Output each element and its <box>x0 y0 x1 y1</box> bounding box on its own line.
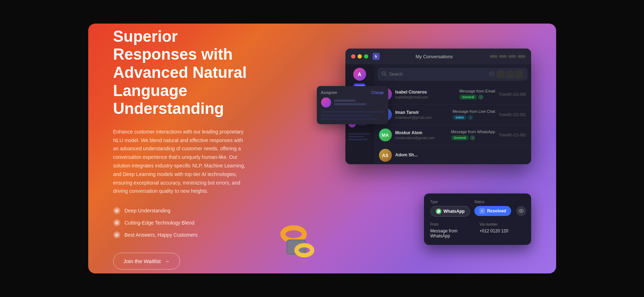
view-controls <box>497 70 523 78</box>
conv-item-1[interactable]: IT Iman Tanvir imantanvir@gmail.com Mess… <box>374 105 531 125</box>
minimize-dot[interactable] <box>358 54 362 59</box>
type-col: Type WhatsApp <box>430 200 470 217</box>
blob-3d-decoration <box>274 216 320 263</box>
via-label: Via number <box>480 222 525 226</box>
window-title: My Conversations <box>383 54 485 59</box>
conv-info-1: Iman Tanvir imantanvir@gmail.com <box>395 110 449 120</box>
search-input[interactable] <box>389 72 486 77</box>
conv-name-3: Adom Sh... <box>395 152 526 157</box>
fullscreen-dot[interactable] <box>364 54 368 59</box>
assignee-item <box>321 97 384 107</box>
feature-label-3: Best Answers, Happy Customers <box>125 232 198 238</box>
conv-info-3: Adom Sh... <box>395 152 526 158</box>
svg-point-12 <box>520 210 522 212</box>
from-via-row: From Message from WhatsApp Via number +0… <box>430 222 525 238</box>
assignee-label: Assignee <box>321 90 337 95</box>
from-value: Message from WhatsApp <box>430 228 475 238</box>
conv-email-2: moskuralom@gmail.com <box>395 136 448 140</box>
resolved-label: Resolved <box>487 208 506 213</box>
conv-tag-0: General <box>459 95 477 100</box>
hero-title: Superior Responses with Advanced Natural… <box>113 27 263 118</box>
conv-meta-0: Message from Email General → <box>459 89 495 100</box>
search-icon <box>382 71 386 77</box>
conv-email-0: isabelita@email.com <box>395 95 456 99</box>
conv-avatar-2: MA <box>379 129 392 141</box>
from-label: From <box>430 222 475 226</box>
conv-source-0: Message from Email <box>459 89 495 93</box>
whatsapp-label: WhatsApp <box>444 209 465 214</box>
type-label: Type <box>430 200 470 204</box>
feature-item-1: Deep Understanding <box>113 207 263 214</box>
check-icon-1 <box>113 207 120 214</box>
svg-line-8 <box>385 75 386 76</box>
titlebar: h My Conversations <box>345 49 531 64</box>
via-col: Via number +012 0120 120 <box>480 222 525 238</box>
conv-item-2[interactable]: MA Moskur Alom moskuralom@gmail.com Mess… <box>374 125 531 145</box>
check-icon-2 <box>113 219 120 226</box>
assignee-info <box>334 100 366 105</box>
from-col: From Message from WhatsApp <box>430 222 475 238</box>
feature-item-2: Cutting-Edge Technology Blend <box>113 219 263 226</box>
status-row: ✓ Resolved <box>474 206 526 216</box>
conv-item-3[interactable]: AS Adom Sh... <box>374 145 531 164</box>
conv-info-2: Moskur Alom moskuralom@gmail.com <box>395 130 448 140</box>
feature-label-1: Deep Understanding <box>125 208 170 213</box>
conv-email-1: imantanvir@gmail.com <box>395 116 449 120</box>
assignee-panel: Assignee Change <box>317 86 388 124</box>
assignee-avatar <box>321 97 331 107</box>
resolved-check-icon: ✓ <box>479 208 485 214</box>
main-card: Superior Responses with Advanced Natural… <box>88 24 556 273</box>
user-avatar: A <box>353 68 366 81</box>
waitlist-button[interactable]: Join the Waitlist → <box>113 253 180 270</box>
change-button[interactable]: Change <box>371 91 384 95</box>
conv-avatar-3: AS <box>379 149 392 162</box>
conv-name-1: Iman Tanvir <box>395 110 449 115</box>
conv-tag-2: General <box>451 135 469 140</box>
feature-item-3: Best Answers, Happy Customers <box>113 231 263 238</box>
svg-point-3 <box>283 228 304 241</box>
feature-label-2: Cutting-Edge Technology Blend <box>125 220 195 226</box>
close-dot[interactable] <box>351 54 355 59</box>
conv-item-0[interactable]: IC Isabel Cisneros isabelita@email.com M… <box>374 84 531 105</box>
svg-point-2 <box>115 233 119 237</box>
whatsapp-icon <box>436 208 441 214</box>
svg-point-1 <box>115 221 119 225</box>
conv-meta-1: Message from Live Chat Sales → <box>453 109 495 120</box>
right-section: h My Conversations A Agent Groups <box>263 45 531 252</box>
arrow-icon: → <box>164 258 170 264</box>
app-icon: h <box>373 53 380 60</box>
type-status-row: Type WhatsApp Status ✓ <box>430 200 525 217</box>
conv-ticket-2: TicketID-121-002 <box>499 133 526 137</box>
whatsapp-button[interactable]: WhatsApp <box>430 206 470 217</box>
assignee-header: Assignee Change <box>321 90 384 95</box>
hero-description: Enhance customer interactions with our l… <box>113 128 249 196</box>
conv-list: IC Isabel Cisneros isabelita@email.com M… <box>374 64 531 164</box>
arrow-icon-2: → <box>470 135 475 140</box>
conv-name-2: Moskur Alom <box>395 130 448 135</box>
via-value: +012 0120 120 <box>480 228 525 233</box>
features-list: Deep Understanding Cutting-Edge Technolo… <box>113 207 263 238</box>
status-label: Status <box>474 200 526 204</box>
check-icon-3 <box>113 231 120 238</box>
conv-ticket-0: TicketID-121-000 <box>499 92 526 96</box>
conv-meta-2: Message from WhatsApp General → <box>451 130 495 140</box>
waitlist-label: Join the Waitlist <box>124 258 161 264</box>
traffic-lights <box>351 54 368 59</box>
detail-card: Type WhatsApp Status ✓ <box>424 193 531 245</box>
window-controls <box>490 55 525 58</box>
conv-name-0: Isabel Cisneros <box>395 90 456 95</box>
conv-source-2: Message from WhatsApp <box>451 130 495 134</box>
arrow-icon-0: → <box>478 95 483 100</box>
conv-tag-1: Sales <box>453 115 467 120</box>
arrow-icon-1: → <box>468 115 473 120</box>
search-end-icon <box>489 71 494 77</box>
conv-ticket-1: TicketID-121-001 <box>499 113 526 117</box>
more-info-lines <box>321 111 384 120</box>
conv-info-0: Isabel Cisneros isabelita@email.com <box>395 90 456 99</box>
search-bar[interactable] <box>378 68 528 81</box>
status-col: Status ✓ Resolved <box>474 200 526 217</box>
resolved-button[interactable]: ✓ Resolved <box>474 206 511 216</box>
eye-button[interactable] <box>516 206 526 216</box>
left-section: Superior Responses with Advanced Natural… <box>113 27 263 270</box>
svg-point-0 <box>115 208 119 213</box>
